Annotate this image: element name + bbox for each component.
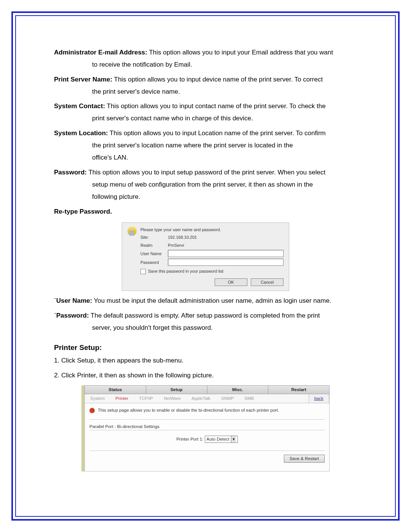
printer-setup-body: This setup page allows you to enable or … [84, 403, 330, 471]
tab-misc[interactable]: Misc. [207, 386, 269, 394]
label-password: Password: [54, 169, 87, 176]
note-username: ˙User Name: You must be input the defaul… [54, 295, 357, 307]
subtab-tcpip[interactable]: TCP/IP [134, 394, 158, 403]
auth-dialog: Please type your user name and password.… [122, 222, 289, 291]
tab-status[interactable]: Status [85, 386, 146, 394]
subtab-snmp[interactable]: SNMP [216, 394, 239, 403]
dialog-realm-label: Realm [140, 242, 168, 249]
ok-button[interactable]: OK [215, 278, 247, 286]
text-system-location-2: the print server's location name where t… [54, 139, 357, 152]
text-system-contact-2: print server's contact name who in charg… [54, 112, 357, 125]
text-system-location-1: This option allows you to input Location… [108, 129, 326, 137]
printer-port-value: Auto Detect [207, 437, 229, 441]
divider [89, 419, 325, 420]
step-2: 2. Click Printer, it then as shown in th… [54, 369, 357, 382]
text-password-2: setup menu of web configuration from the… [54, 179, 357, 191]
keys-icon [127, 227, 137, 236]
label-admin-email: Administrator E-mail Address: [54, 49, 147, 56]
step-1: 1. Click Setup, it then appears the sub-… [54, 355, 357, 367]
para-system-contact: System Contact: This option allows you t… [54, 100, 357, 125]
main-tabs: Status Setup Misc. Restart [84, 385, 330, 394]
text-system-contact-1: This option allows you to input contact … [105, 102, 326, 110]
dialog-username-label: User Name [140, 251, 168, 257]
text-system-location-3: office's LAN. [54, 152, 357, 164]
heading-printer-setup: Printer Setup: [54, 341, 357, 355]
note-password-label: ˙Password: [54, 312, 89, 319]
cancel-button[interactable]: Cancel [251, 278, 284, 286]
text-admin-email-1: This option allows you to input your Ema… [147, 49, 333, 56]
label-system-location: System Location: [54, 129, 108, 137]
save-restart-button[interactable]: Save & Restart [284, 455, 325, 463]
dialog-password-label: Password [140, 259, 168, 266]
dialog-realm-value: PrnServr [168, 242, 184, 249]
printer-setup-screenshot: Status Setup Misc. Restart System Printe… [81, 385, 330, 472]
document-content: Administrator E-mail Address: This optio… [54, 46, 357, 471]
label-retype-password: Re-type Password. [54, 206, 357, 218]
label-system-contact: System Contact: [54, 102, 105, 110]
dialog-prompt: Please type your user name and password. [140, 227, 284, 233]
username-input[interactable] [168, 250, 284, 257]
dialog-site-value: 192.168.10.201 [168, 234, 197, 241]
para-admin-email: Administrator E-mail Address: This optio… [54, 46, 357, 71]
subtab-smb[interactable]: SMB [239, 394, 259, 403]
para-password: Password: This option allows you to inpu… [54, 166, 357, 203]
page-inner-frame: Administrator E-mail Address: This optio… [15, 15, 396, 517]
note-password: ˙Password: The default password is empty… [54, 310, 357, 334]
text-print-server-name-1: This option allows you to input device n… [112, 76, 323, 83]
divider-2 [89, 430, 325, 430]
printer-port-select[interactable]: Auto Detect▾ [205, 436, 238, 443]
subtab-netware[interactable]: NetWare [158, 394, 186, 403]
para-system-location: System Location: This option allows you … [54, 127, 357, 164]
text-print-server-name-2: the print server's device name. [54, 86, 357, 98]
section-parallel-port: Parallel Port - Bi-directional Settings [89, 423, 325, 430]
text-admin-email-2: to receive the notification by Email. [54, 59, 357, 71]
note-password-text-1: The default password is empty. After set… [89, 312, 320, 319]
note-password-text-2: server, you shouldn't forget this passwo… [54, 322, 357, 334]
subtab-system[interactable]: System [85, 394, 110, 403]
label-print-server-name: Print Server Name: [54, 76, 112, 83]
chevron-down-icon: ▾ [231, 436, 236, 443]
note-username-label: ˙User Name: [54, 297, 92, 304]
tab-restart[interactable]: Restart [268, 386, 329, 394]
password-input[interactable] [168, 259, 284, 266]
printer-setup-info: This setup page allows you to enable or … [98, 407, 279, 414]
subtab-printer[interactable]: Printer [110, 394, 134, 403]
para-print-server-name: Print Server Name: This option allows yo… [54, 73, 357, 98]
page-outer-frame: Administrator E-mail Address: This optio… [11, 11, 400, 521]
tab-setup[interactable]: Setup [146, 386, 207, 394]
sub-tabs: System Printer TCP/IP NetWare AppleTalk … [84, 394, 330, 403]
info-icon [89, 408, 95, 413]
dialog-site-label: Site: [140, 234, 168, 241]
text-password-3: following picture. [54, 191, 357, 203]
text-password-1: This option allows you to input setup pa… [87, 169, 325, 176]
subtab-appletalk[interactable]: AppleTalk [186, 394, 216, 403]
save-password-label: Save this password in your password list [148, 268, 223, 275]
save-password-checkbox[interactable] [140, 269, 146, 274]
back-link[interactable]: back [309, 394, 329, 403]
printer-port-label: Printer Port 1: [176, 437, 203, 441]
note-username-text: You must be input the default administra… [92, 297, 331, 304]
